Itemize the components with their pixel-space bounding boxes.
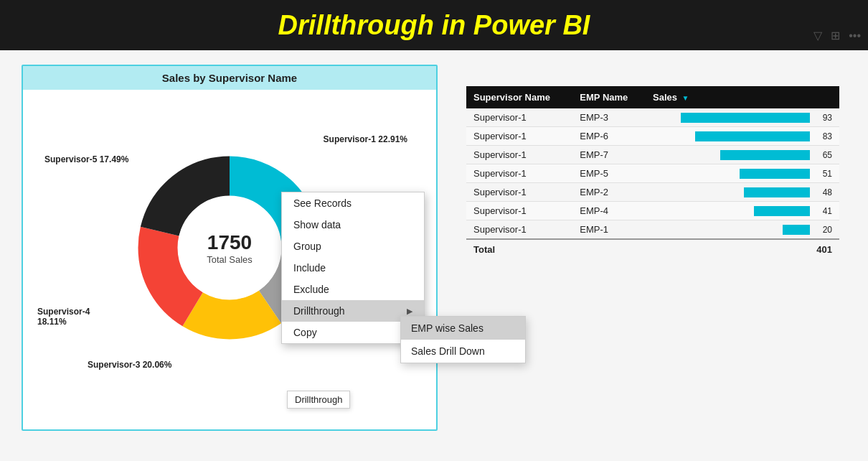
bar-fill <box>783 225 810 235</box>
cell-supervisor: Supervisor-1 <box>466 146 572 164</box>
cell-sales: 65 <box>646 146 839 164</box>
submenu: EMP wise Sales Sales Drill Down <box>400 316 526 363</box>
cell-supervisor: Supervisor-1 <box>466 202 572 220</box>
menu-item-exclude[interactable]: Exclude <box>282 279 424 300</box>
menu-item-group[interactable]: Group <box>282 236 424 257</box>
cell-emp: EMP-5 <box>572 164 646 183</box>
cell-emp: EMP-1 <box>572 220 646 240</box>
donut-hole <box>178 196 281 299</box>
cell-supervisor: Supervisor-1 <box>466 183 572 202</box>
bar-value: 83 <box>814 131 832 141</box>
submenu-item-sales-drill-down[interactable]: Sales Drill Down <box>401 340 525 363</box>
cell-emp: EMP-6 <box>572 127 646 146</box>
bar-value: 51 <box>814 169 832 179</box>
menu-item-show-data[interactable]: Show data <box>282 214 424 236</box>
table-row: Supervisor-1EMP-765 <box>466 146 839 164</box>
bar-cell: 65 <box>653 150 832 160</box>
table-row: Supervisor-1EMP-120 <box>466 220 839 240</box>
page-title: Drillthrough in Power BI <box>278 10 590 41</box>
cell-sales: 48 <box>646 183 839 202</box>
cell-supervisor: Supervisor-1 <box>466 164 572 183</box>
label-supervisor1: Supervisor-1 22.91% <box>324 134 407 144</box>
label-supervisor5: Supervisor-5 17.49% <box>44 154 128 164</box>
bar-value: 65 <box>814 150 832 160</box>
cell-supervisor: Supervisor-1 <box>466 220 572 240</box>
cell-sales: 51 <box>646 164 839 183</box>
cell-emp: EMP-7 <box>572 146 646 164</box>
footer-total-value: 401 <box>646 239 839 259</box>
col-header-emp[interactable]: EMP Name <box>572 86 646 108</box>
more-options-icon[interactable]: ••• <box>849 29 861 42</box>
main-area: ▽ ⊞ ••• Sales by Supervisor Name <box>0 50 868 461</box>
footer-total-label: Total <box>466 239 572 259</box>
bar-value: 93 <box>814 113 832 123</box>
cell-sales: 41 <box>646 202 839 220</box>
label-supervisor3: Supervisor-3 20.06% <box>88 360 171 370</box>
submenu-item-emp-wise-sales[interactable]: EMP wise Sales <box>401 317 525 340</box>
drillthrough-arrow-icon: ▶ <box>407 307 412 316</box>
sort-arrow-icon: ▼ <box>682 94 689 102</box>
footer-total-empty <box>572 239 646 259</box>
table-icon[interactable]: ⊞ <box>831 29 840 42</box>
bar-fill <box>740 169 810 179</box>
bar-fill <box>720 150 810 160</box>
bar-cell: 93 <box>653 113 832 123</box>
col-header-sales[interactable]: Sales ▼ <box>646 86 839 108</box>
table-panel: Supervisor Name EMP Name Sales ▼ Supervi… <box>466 86 839 259</box>
cell-supervisor: Supervisor-1 <box>466 108 572 127</box>
toolbar-icons: ▽ ⊞ ••• <box>813 29 861 42</box>
cell-sales: 83 <box>646 127 839 146</box>
cell-supervisor: Supervisor-1 <box>466 127 572 146</box>
cell-sales: 93 <box>646 108 839 127</box>
cell-emp: EMP-2 <box>572 183 646 202</box>
bar-value: 48 <box>814 187 832 197</box>
menu-item-include[interactable]: Include <box>282 257 424 279</box>
cell-emp: EMP-4 <box>572 202 646 220</box>
drillthrough-tooltip: Drillthrough <box>287 391 350 409</box>
bar-cell: 20 <box>653 225 832 235</box>
chart-title: Sales by Supervisor Name <box>23 66 436 90</box>
bar-fill <box>681 113 810 123</box>
bar-fill <box>695 131 810 141</box>
menu-item-see-records[interactable]: See Records <box>282 192 424 214</box>
bar-fill <box>744 187 810 197</box>
table-row: Supervisor-1EMP-393 <box>466 108 839 127</box>
bar-value: 41 <box>814 206 832 216</box>
bar-cell: 48 <box>653 187 832 197</box>
bar-cell: 51 <box>653 169 832 179</box>
cell-emp: EMP-3 <box>572 108 646 127</box>
bar-fill <box>754 206 810 216</box>
chart-panel: Sales by Supervisor Name <box>22 65 438 431</box>
bar-cell: 41 <box>653 206 832 216</box>
table-row: Supervisor-1EMP-683 <box>466 127 839 146</box>
table-row: Supervisor-1EMP-551 <box>466 164 839 183</box>
label-supervisor4: Supervisor-418.11% <box>37 307 90 327</box>
table-row: Supervisor-1EMP-248 <box>466 183 839 202</box>
table-row: Supervisor-1EMP-441 <box>466 202 839 220</box>
col-header-supervisor[interactable]: Supervisor Name <box>466 86 572 108</box>
data-table: Supervisor Name EMP Name Sales ▼ Supervi… <box>466 86 839 259</box>
bar-cell: 83 <box>653 131 832 141</box>
cell-sales: 20 <box>646 220 839 240</box>
bar-value: 20 <box>814 225 832 235</box>
header: Drillthrough in Power BI <box>0 0 868 50</box>
filter-icon[interactable]: ▽ <box>813 29 822 42</box>
